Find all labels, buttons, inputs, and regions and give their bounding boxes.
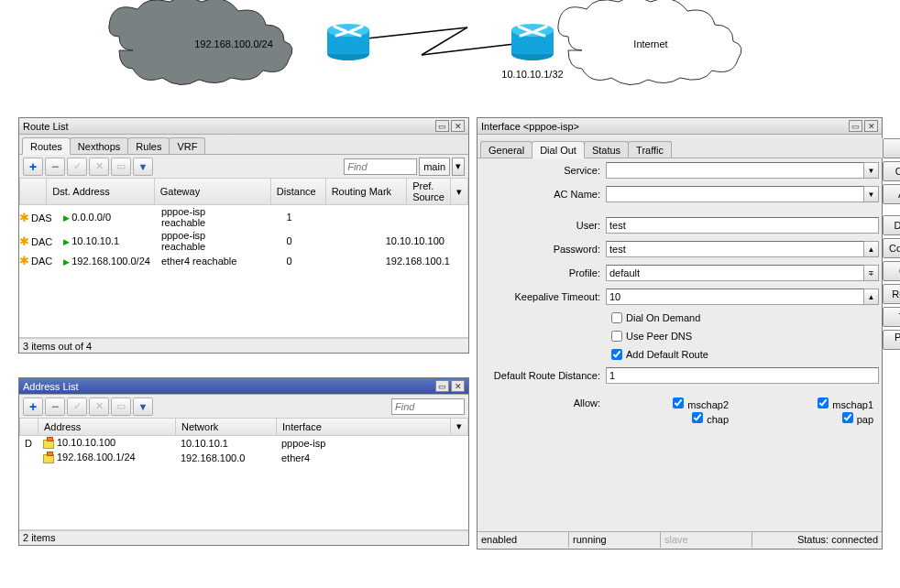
status-connected: Status: connected (752, 532, 882, 548)
remove-button[interactable]: − (45, 397, 65, 416)
col-dst[interactable]: Dst. Address (47, 179, 154, 205)
chevron-down-icon[interactable]: ▼ (864, 186, 879, 202)
password-input[interactable] (606, 241, 864, 257)
table-row[interactable]: 192.168.100.1/24192.168.100.0ether4 (19, 451, 468, 465)
tab-general[interactable]: General (480, 141, 532, 158)
popout-icon[interactable]: ▭ (849, 120, 862, 132)
user-input[interactable] (606, 217, 879, 234)
route-list-status: 3 items out of 4 (23, 341, 92, 352)
ok-button[interactable]: OK (883, 138, 900, 158)
table-row[interactable]: ✱DAC▶192.168.100.0/24ether4 reachable019… (19, 253, 468, 268)
default-route-distance-input[interactable] (606, 367, 879, 384)
copy-button[interactable]: Copy (883, 261, 900, 281)
tab-traffic[interactable]: Traffic (628, 141, 672, 158)
allow-mschap2[interactable]: mschap2 (606, 397, 734, 410)
wan-ip-label: 10.10.10.1/32 (501, 69, 563, 80)
mschap2-checkbox[interactable] (673, 397, 684, 408)
column-menu-icon[interactable]: ▾ (451, 419, 468, 435)
interface-tabs: General Dial Out Status Traffic (477, 138, 883, 158)
add-default-route-checkbox[interactable] (611, 349, 622, 360)
enable-icon[interactable]: ✓ (67, 158, 87, 176)
table-row[interactable]: ✱DAS▶0.0.0.0/0pppoe-isp reachable1 (19, 205, 468, 229)
col-iface[interactable]: Interface (277, 419, 451, 435)
filter-icon[interactable]: ▼ (133, 397, 153, 416)
enable-icon[interactable]: ✓ (67, 397, 87, 416)
profile-input[interactable] (606, 265, 864, 281)
allow-pap[interactable]: pap (751, 412, 879, 425)
close-icon[interactable]: ✕ (864, 120, 878, 132)
col-gw[interactable]: Gateway (154, 179, 270, 205)
tab-rules[interactable]: Rules (127, 137, 170, 154)
comment-icon[interactable]: ▭ (111, 158, 131, 176)
cancel-button[interactable]: Cancel (883, 161, 900, 181)
add-button[interactable]: + (23, 158, 43, 176)
mschap1-checkbox[interactable] (818, 397, 829, 408)
route-list-window: Route List ▭ ✕ Routes Nexthops Rules VRF… (18, 117, 469, 354)
address-list-title: Address List (23, 381, 79, 392)
torch-button[interactable]: Torch (883, 307, 900, 327)
address-list-titlebar[interactable]: Address List ▭ ✕ (19, 378, 468, 395)
updown-icon[interactable]: ∓ (864, 265, 879, 281)
status-running: running (569, 532, 661, 548)
find-input[interactable] (391, 398, 465, 415)
disable-icon[interactable]: ✕ (89, 397, 109, 416)
column-menu-icon[interactable]: ▾ (450, 179, 467, 205)
routing-table-select[interactable]: main (419, 158, 450, 176)
disable-icon[interactable]: ✕ (89, 158, 109, 176)
col-net[interactable]: Network (176, 419, 277, 435)
chevron-up-icon[interactable]: ▲ (864, 241, 879, 257)
chevron-up-icon[interactable]: ▲ (864, 289, 879, 305)
keepalive-label: Keepalive Timeout: (477, 291, 606, 302)
col-src[interactable]: Pref. Source (407, 179, 451, 205)
interface-statusbar: enabled running slave Status: connected (477, 531, 882, 548)
ac-label: AC Name: (477, 189, 606, 200)
pppoe-scan-button[interactable]: PPPoE Scan (883, 330, 900, 350)
password-label: Password: (477, 244, 606, 255)
remove-button[interactable]: − (45, 158, 65, 176)
remove-button[interactable]: Remove (883, 284, 900, 304)
close-icon[interactable]: ✕ (451, 120, 465, 132)
chap-checkbox[interactable] (692, 412, 703, 423)
interface-titlebar[interactable]: Interface <pppoe-isp> ▭ ✕ (477, 118, 882, 135)
apply-button[interactable]: Apply (883, 184, 900, 204)
chevron-down-icon[interactable]: ▾ (452, 158, 465, 176)
address-list-window: Address List ▭ ✕ + − ✓ ✕ ▭ ▼ Address Net… (18, 377, 469, 546)
find-input[interactable] (344, 158, 417, 175)
tab-nexthops[interactable]: Nexthops (70, 137, 128, 154)
allow-label: Allow: (477, 397, 606, 408)
tab-vrf[interactable]: VRF (169, 137, 205, 154)
popout-icon[interactable]: ▭ (435, 120, 449, 132)
tab-routes[interactable]: Routes (22, 137, 71, 155)
use-peer-dns-checkbox[interactable] (611, 331, 622, 342)
route-list-tabs: Routes Nexthops Rules VRF (19, 135, 468, 155)
user-label: User: (477, 220, 606, 231)
keepalive-input[interactable] (606, 289, 864, 305)
tab-status[interactable]: Status (584, 141, 629, 158)
tab-dial-out[interactable]: Dial Out (532, 141, 585, 158)
add-button[interactable]: + (23, 397, 43, 416)
allow-chap[interactable]: chap (606, 412, 734, 425)
col-dist[interactable]: Distance (270, 179, 325, 205)
filter-icon[interactable]: ▼ (133, 158, 153, 176)
pap-checkbox[interactable] (842, 412, 853, 423)
route-list-titlebar[interactable]: Route List ▭ ✕ (19, 118, 468, 135)
disable-button[interactable]: Disable (883, 215, 900, 235)
interface-title: Interface <pppoe-isp> (481, 121, 579, 132)
col-mark[interactable]: Routing Mark (325, 179, 406, 205)
close-icon[interactable]: ✕ (451, 380, 465, 392)
col-addr[interactable]: Address (38, 419, 176, 435)
allow-mschap1[interactable]: mschap1 (751, 397, 879, 410)
comment-button[interactable]: Comment (883, 238, 900, 258)
chevron-down-icon[interactable]: ▼ (864, 162, 879, 179)
service-input[interactable] (606, 162, 864, 179)
service-label: Service: (477, 165, 606, 176)
popout-icon[interactable]: ▭ (435, 380, 449, 392)
route-table: Dst. Address Gateway Distance Routing Ma… (19, 179, 468, 205)
address-list-toolbar: + − ✓ ✕ ▭ ▼ (19, 395, 468, 419)
table-row[interactable]: ✱DAC▶10.10.10.1pppoe-isp reachable010.10… (19, 229, 468, 253)
table-row[interactable]: D10.10.10.10010.10.10.1pppoe-isp (19, 436, 468, 451)
internet-label: Internet (633, 38, 667, 49)
dial-on-demand-checkbox[interactable] (611, 312, 622, 323)
ac-name-input[interactable] (606, 186, 864, 202)
comment-icon[interactable]: ▭ (111, 397, 131, 416)
